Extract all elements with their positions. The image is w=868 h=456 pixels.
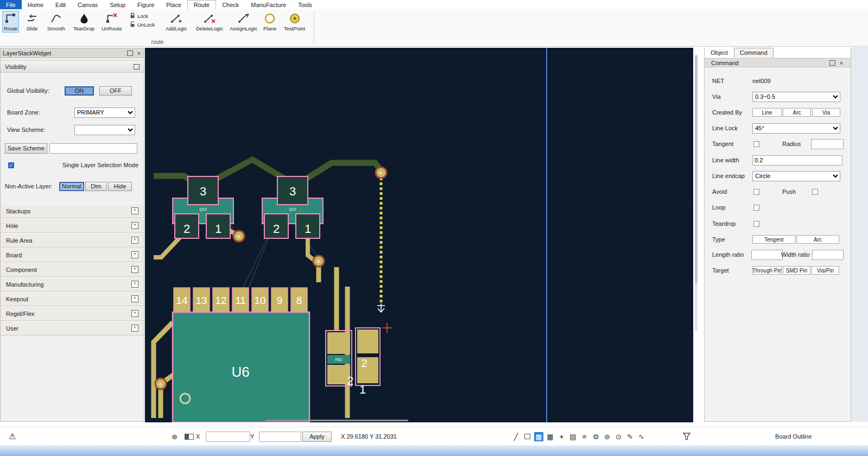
deletelogic-button[interactable]: DeleteLogic [194, 11, 225, 33]
filter-icon[interactable] [683, 427, 690, 446]
canvas-vscrollbar[interactable] [695, 54, 698, 331]
menu-home[interactable]: Home [22, 0, 49, 9]
teardrop-button[interactable]: TearDrop [72, 11, 96, 33]
move-icon[interactable]: + [557, 432, 566, 441]
collapse-icon[interactable] [134, 64, 140, 69]
target-through-pin-button[interactable]: Through Pin [752, 266, 782, 275]
menu-setup[interactable]: Setup [104, 0, 131, 9]
expand-icon[interactable]: + [131, 251, 138, 258]
menu-canvas[interactable]: Canvas [72, 0, 104, 9]
smooth-button[interactable]: Smooth [46, 11, 67, 33]
gear-icon[interactable]: ⚙ [591, 432, 600, 441]
select-box-icon[interactable] [523, 432, 532, 441]
lock-button[interactable]: Lock [129, 11, 155, 20]
expand-icon[interactable]: + [131, 295, 138, 302]
tab-command[interactable]: Command [734, 48, 774, 58]
non-active-dim-button[interactable]: Dim [85, 182, 107, 191]
scheme-name-input[interactable] [49, 143, 137, 154]
save-scheme-button[interactable]: Save Scheme [5, 143, 47, 154]
file-menu[interactable]: File [0, 0, 22, 9]
view-scheme-select[interactable] [74, 125, 135, 135]
grid-icon[interactable]: ▦ [546, 432, 555, 441]
close-panel-icon[interactable]: × [137, 50, 141, 56]
line-endcap-select[interactable]: Circle [752, 171, 840, 181]
y-coord-input[interactable] [259, 432, 301, 442]
pencil-icon[interactable]: ✎ [625, 432, 635, 441]
target-via-pin-button[interactable]: Via/Pin [812, 266, 839, 275]
menu-check[interactable]: Check [216, 0, 245, 9]
push-checkbox[interactable] [812, 189, 818, 195]
canvas-hscrollbar[interactable] [266, 420, 408, 421]
plane-button[interactable]: Plane [262, 11, 278, 33]
section-rule-area[interactable]: Rule Area+ [1, 233, 144, 248]
unroute-button[interactable]: UnRoute [100, 11, 124, 33]
menu-figure[interactable]: Figure [131, 0, 160, 9]
type-arc-button[interactable]: Arc [796, 235, 839, 244]
non-active-hide-button[interactable]: Hide [108, 182, 132, 191]
menu-manufacture[interactable]: ManuFacture [245, 0, 292, 9]
x-coord-input[interactable] [206, 432, 250, 442]
non-active-normal-button[interactable]: Normal [59, 182, 84, 191]
menu-route[interactable]: Route [187, 0, 216, 9]
length-ratio-input[interactable] [751, 250, 783, 260]
tab-object[interactable]: Object [705, 48, 734, 58]
origin-icon[interactable]: ⊕ [172, 427, 178, 446]
menu-place[interactable]: Place [160, 0, 187, 9]
unlock-button[interactable]: UnLock [129, 20, 155, 29]
visibility-on-button[interactable]: ON [65, 86, 94, 96]
visibility-off-button[interactable]: OFF [99, 86, 132, 96]
warning-icon[interactable]: ⚠ [9, 427, 16, 446]
section-user[interactable]: User+ [1, 321, 144, 335]
ring-settings-icon[interactable]: ⊚ [603, 432, 612, 441]
loop-checkbox[interactable] [753, 205, 759, 211]
expand-icon[interactable]: + [131, 281, 138, 288]
section-keepout[interactable]: Keepout+ [1, 292, 144, 306]
created-by-line-button[interactable]: Line [752, 108, 782, 117]
tangent-checkbox[interactable] [753, 141, 759, 147]
teardrop-checkbox[interactable] [753, 221, 759, 227]
radius-input[interactable] [811, 139, 844, 149]
expand-icon[interactable]: + [131, 310, 138, 317]
line-width-input[interactable] [752, 155, 842, 166]
section-component[interactable]: Component+ [1, 262, 144, 277]
section-manufacturing[interactable]: Manufacturing+ [1, 277, 144, 292]
layers-icon[interactable]: ▤ [568, 432, 578, 441]
float-panel-icon[interactable] [127, 50, 133, 56]
single-layer-checkbox[interactable]: ✓ [8, 162, 14, 168]
testpoint-button[interactable]: TestPoint [282, 11, 307, 33]
measure-icon[interactable]: ╱ [511, 432, 521, 441]
apply-button[interactable]: Apply [302, 432, 332, 442]
type-tengent-button[interactable]: Tengent [752, 235, 795, 244]
pcb-canvas[interactable]: 3 Q10 2 1 3 Q12 2 1 [145, 48, 693, 422]
relative-mode-icon[interactable] [185, 427, 194, 446]
avoid-checkbox[interactable] [753, 189, 759, 195]
section-board[interactable]: Board+ [1, 248, 144, 262]
created-by-arc-button[interactable]: Arc [783, 108, 811, 117]
section-stackups[interactable]: Stackups+ [1, 204, 144, 218]
close-panel-icon[interactable]: × [840, 60, 843, 66]
float-panel-icon[interactable] [829, 60, 835, 66]
section-hole[interactable]: Hole+ [1, 218, 144, 233]
addlogic-button[interactable]: AddLogic [164, 11, 189, 33]
expand-icon[interactable]: + [131, 237, 138, 244]
menu-edit[interactable]: Edit [49, 0, 72, 9]
grid-snap-icon[interactable]: ▦ [534, 432, 543, 441]
expand-icon[interactable]: + [131, 325, 138, 332]
expand-icon[interactable]: + [131, 222, 138, 229]
expand-icon[interactable]: + [131, 207, 138, 214]
target-smd-pin-button[interactable]: SMD Pin [783, 266, 810, 275]
signal-icon[interactable]: ∿ [637, 432, 646, 441]
section-regid-flex[interactable]: Regid/Flex+ [1, 306, 144, 321]
menu-tools[interactable]: Tools [292, 0, 318, 9]
board-zone-select[interactable]: PRIMARY [74, 107, 135, 118]
created-by-via-button[interactable]: Via [812, 108, 840, 117]
visibility-icon[interactable]: ⊙ [614, 432, 623, 441]
width-ratio-input[interactable] [812, 250, 844, 260]
slide-button[interactable]: Slide [24, 11, 40, 33]
via-select[interactable]: 0.3~0.5 [752, 92, 840, 102]
assignlogic-button[interactable]: AssignLogic [228, 11, 259, 33]
visibility-section-header[interactable]: Visibility [1, 60, 144, 73]
list-icon[interactable]: ≡ [580, 432, 589, 441]
route-button[interactable]: Route [2, 11, 19, 33]
expand-icon[interactable]: + [131, 266, 138, 273]
